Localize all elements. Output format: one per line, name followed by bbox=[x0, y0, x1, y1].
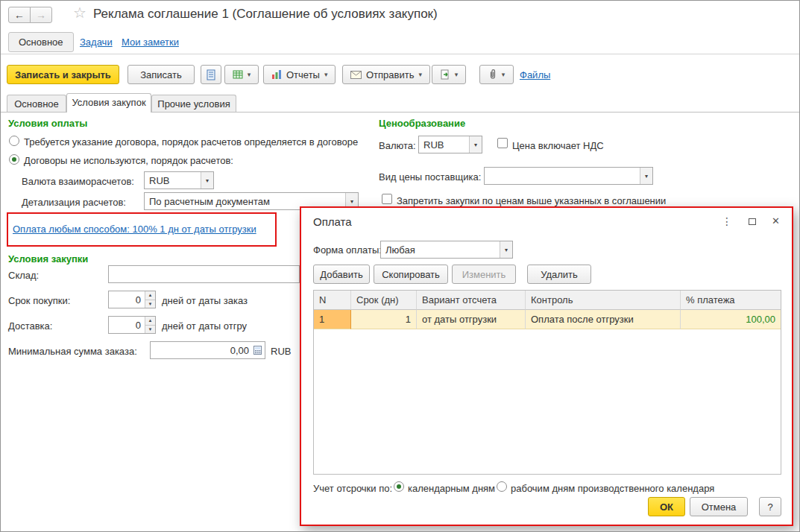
chevron-down-icon[interactable]: ▾ bbox=[201, 172, 213, 189]
save-button[interactable]: Записать bbox=[127, 65, 195, 84]
delivery-stepper[interactable]: 0 ▲ ▼ bbox=[108, 316, 156, 334]
copy-button[interactable]: Скопировать bbox=[374, 265, 448, 284]
min-order-sum-input[interactable]: 0,00 bbox=[150, 341, 265, 359]
spin-down-icon[interactable]: ▼ bbox=[145, 326, 155, 334]
spreadsheet-icon bbox=[233, 69, 243, 80]
nav-link-tasks[interactable]: Задачи bbox=[80, 37, 113, 48]
vat-included-label[interactable]: Цена включает НДС bbox=[512, 140, 604, 151]
radio-no-contract-label[interactable]: Договоры не используются, порядок расчет… bbox=[24, 155, 233, 166]
create-based-on-icon bbox=[440, 69, 450, 80]
add-button[interactable]: Добавить bbox=[313, 265, 370, 284]
tab-other-terms[interactable]: Прочие условия bbox=[151, 95, 236, 113]
cell-term[interactable]: 1 bbox=[351, 310, 417, 329]
cell-n[interactable]: 1 bbox=[314, 310, 351, 329]
table-header-row: N Срок (дн) Вариант отсчета Контроль % п… bbox=[314, 291, 781, 310]
pricing-currency-label: Валюта: bbox=[379, 140, 416, 151]
payment-terms-header: Условия оплаты bbox=[8, 118, 87, 129]
settlement-detail-label: Детализация расчетов: bbox=[22, 197, 126, 208]
payment-form-combo[interactable]: Любая ▾ bbox=[380, 241, 513, 259]
chevron-down-icon[interactable]: ▾ bbox=[469, 136, 482, 153]
settlement-currency-combo[interactable]: RUB ▾ bbox=[144, 171, 214, 189]
settlement-currency-value: RUB bbox=[145, 172, 201, 189]
payment-dialog: Оплата ⋮ ✕ Форма оплаты: Любая ▾ Добавит… bbox=[300, 206, 793, 526]
payment-schedule-link[interactable]: Оплата любым способом: 100% 1 дн от даты… bbox=[13, 224, 256, 235]
reports-button-label: Отчеты bbox=[286, 69, 320, 80]
cancel-button[interactable]: Отмена bbox=[690, 497, 748, 516]
more-menu-icon[interactable]: ⋮ bbox=[722, 216, 732, 227]
delete-button[interactable]: Удалить bbox=[527, 265, 591, 284]
delivery-label: Доставка: bbox=[8, 320, 52, 332]
purchase-term-label: Срок покупки: bbox=[8, 295, 70, 306]
radio-calendar-days-label[interactable]: календарным дням bbox=[408, 483, 495, 494]
deferral-label: Учет отсрочки по: bbox=[313, 483, 392, 494]
radio-calendar-days[interactable] bbox=[394, 481, 404, 492]
vat-included-checkbox[interactable] bbox=[497, 138, 508, 148]
spin-down-icon[interactable]: ▼ bbox=[145, 300, 155, 308]
tab-purchase-terms[interactable]: Условия закупок bbox=[66, 93, 151, 113]
column-header-variant[interactable]: Вариант отсчета bbox=[417, 291, 526, 310]
column-header-n[interactable]: N bbox=[314, 291, 351, 310]
chevron-down-icon[interactable]: ▾ bbox=[500, 241, 512, 258]
forward-button[interactable]: → bbox=[30, 7, 52, 23]
ok-button[interactable]: ОК bbox=[648, 497, 685, 516]
purchase-term-value: 0 bbox=[109, 291, 145, 308]
edit-button[interactable]: Изменить bbox=[452, 265, 516, 284]
purchase-term-stepper[interactable]: 0 ▲ ▼ bbox=[108, 291, 156, 308]
page-title: Реклама соглашение 1 (Соглашение об усло… bbox=[93, 7, 438, 22]
save-close-button[interactable]: Записать и закрыть bbox=[7, 65, 119, 84]
restrict-prices-label[interactable]: Запретить закупки по ценам выше указанны… bbox=[397, 195, 666, 206]
send-button-label: Отправить bbox=[366, 69, 414, 80]
supplier-price-type-combo[interactable]: ▾ bbox=[484, 167, 653, 185]
help-button[interactable]: ? bbox=[759, 497, 781, 516]
cell-variant[interactable]: от даты отгрузки bbox=[417, 310, 526, 329]
chevron-down-icon: ▾ bbox=[502, 71, 505, 78]
send-button[interactable]: Отправить ▾ bbox=[342, 65, 430, 84]
radio-working-days-label[interactable]: рабочим дням производственного календаря bbox=[511, 483, 714, 494]
restrict-prices-checkbox[interactable] bbox=[382, 194, 392, 204]
document-journal-button[interactable] bbox=[201, 65, 221, 84]
radio-contract-required-label[interactable]: Требуется указание договора, порядок рас… bbox=[24, 136, 358, 148]
chevron-down-icon: ▾ bbox=[248, 71, 251, 78]
chevron-down-icon[interactable]: ▾ bbox=[640, 168, 652, 184]
table-row[interactable]: 1 1 от даты отгрузки Оплата после отгруз… bbox=[314, 310, 781, 329]
app-window: ← → ☆ Реклама соглашение 1 (Соглашение о… bbox=[0, 0, 800, 532]
tab-main[interactable]: Основное bbox=[7, 95, 66, 113]
payment-schedule-table: N Срок (дн) Вариант отсчета Контроль % п… bbox=[313, 290, 781, 475]
column-header-term[interactable]: Срок (дн) bbox=[351, 291, 417, 310]
chevron-down-icon: ▾ bbox=[324, 71, 328, 78]
supplier-price-type-value bbox=[485, 168, 640, 184]
spin-up-icon[interactable]: ▲ bbox=[145, 291, 155, 300]
table-empty-area bbox=[314, 329, 781, 474]
column-header-percent[interactable]: % платежа bbox=[681, 291, 781, 310]
delivery-suffix: дней от даты отгру bbox=[162, 320, 247, 332]
nav-link-notes[interactable]: Мои заметки bbox=[122, 37, 179, 48]
reports-button[interactable]: Отчеты ▾ bbox=[263, 65, 336, 84]
related-documents-button[interactable]: ▾ bbox=[224, 65, 259, 84]
cell-control[interactable]: Оплата после отгрузки bbox=[526, 310, 681, 329]
chevron-down-icon: ▾ bbox=[455, 71, 459, 78]
back-button[interactable]: ← bbox=[8, 7, 31, 23]
pricing-currency-combo[interactable]: RUB ▾ bbox=[418, 136, 482, 153]
warehouse-label: Склад: bbox=[8, 270, 39, 281]
pricing-currency-value: RUB bbox=[419, 136, 469, 153]
bar-chart-icon bbox=[271, 69, 282, 80]
payment-form-label: Форма оплаты: bbox=[313, 244, 382, 256]
purchase-term-suffix: дней от даты заказ bbox=[162, 295, 248, 306]
radio-working-days[interactable] bbox=[497, 481, 507, 492]
files-link[interactable]: Файлы bbox=[520, 69, 550, 80]
favorite-star-icon[interactable]: ☆ bbox=[73, 5, 86, 20]
calculator-icon[interactable] bbox=[252, 346, 263, 355]
close-icon[interactable]: ✕ bbox=[772, 216, 780, 226]
paperclip-icon bbox=[488, 69, 497, 80]
attachment-button[interactable]: ▾ bbox=[479, 65, 514, 84]
radio-no-contract[interactable] bbox=[9, 154, 19, 165]
min-order-sum-label: Минимальная сумма заказа: bbox=[8, 346, 137, 357]
column-header-control[interactable]: Контроль bbox=[526, 291, 681, 310]
spin-up-icon[interactable]: ▲ bbox=[145, 317, 155, 326]
warehouse-input[interactable] bbox=[108, 265, 300, 283]
radio-contract-required[interactable] bbox=[9, 136, 19, 146]
maximize-icon[interactable] bbox=[749, 218, 756, 225]
nav-tab-main[interactable]: Основное bbox=[8, 32, 74, 52]
create-based-on-button[interactable]: ▾ bbox=[432, 65, 466, 84]
cell-percent[interactable]: 100,00 bbox=[681, 310, 781, 329]
